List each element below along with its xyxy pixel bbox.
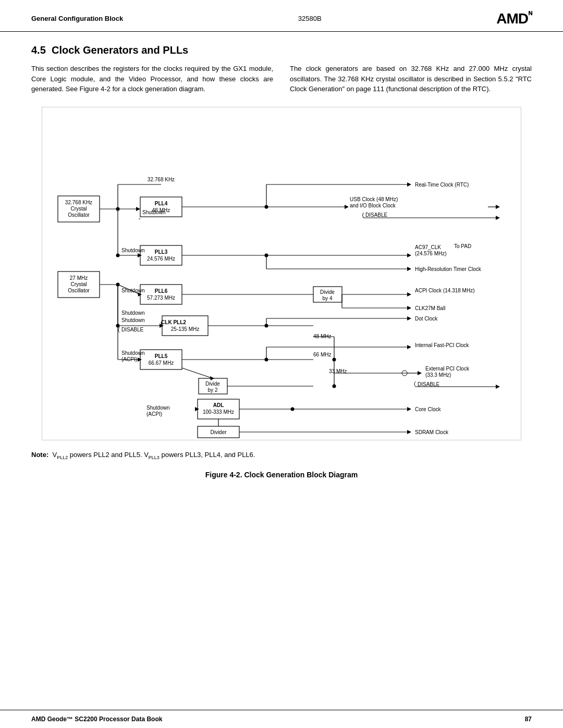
svg-text:66.67 MHz: 66.67 MHz	[149, 360, 174, 366]
svg-text:32.768 KHz: 32.768 KHz	[148, 177, 175, 182]
svg-text:Core Clock: Core Clock	[415, 406, 441, 412]
svg-text:DISABLE: DISABLE	[365, 212, 388, 218]
svg-marker-68	[407, 306, 411, 310]
intro-col-right: The clock generators are based on 32.768…	[290, 64, 532, 94]
svg-marker-81	[407, 316, 411, 320]
svg-text:Divide: Divide	[205, 381, 220, 387]
note: Note: VPLL2 powers PLL2 and PLL5. VPLL3 …	[31, 450, 532, 461]
svg-marker-38	[138, 253, 142, 257]
svg-text:PLL6: PLL6	[155, 288, 168, 294]
svg-text:AC97_CLK: AC97_CLK	[415, 244, 441, 250]
svg-text:66 MHz: 66 MHz	[313, 352, 331, 357]
svg-text:Shutdown: Shutdown	[121, 248, 144, 253]
section-title: 4.5 Clock Generators and PLLs	[31, 44, 532, 56]
svg-text:ACPI Clock (14.318 MHz): ACPI Clock (14.318 MHz)	[415, 288, 474, 293]
svg-text:Crystal: Crystal	[70, 206, 87, 212]
svg-text:Divide: Divide	[320, 289, 335, 295]
page-footer: AMD Geode™ SC2200 Processor Data Book 87	[0, 710, 563, 728]
svg-text:SDRAM Clock: SDRAM Clock	[415, 429, 449, 435]
svg-text:PLL3: PLL3	[155, 249, 168, 255]
svg-text:Shutdown: Shutdown	[121, 317, 144, 323]
svg-marker-10	[136, 207, 140, 211]
svg-text:Shutdown: Shutdown	[121, 288, 144, 293]
svg-text:Oscillator: Oscillator	[68, 288, 90, 293]
svg-marker-114	[418, 371, 422, 375]
svg-text:by 4: by 4	[323, 295, 333, 301]
svg-text:Shutdown: Shutdown	[146, 405, 169, 411]
header-section: General Configuration Block	[31, 15, 123, 22]
svg-marker-24	[407, 182, 411, 187]
svg-text:24.576 MHz: 24.576 MHz	[147, 256, 175, 262]
svg-text:High-Resolution Timer Clock: High-Resolution Timer Clock	[415, 266, 482, 272]
svg-text:CLK27M Ball: CLK27M Ball	[415, 305, 445, 311]
svg-text:To PAD: To PAD	[454, 243, 471, 249]
svg-text:27 MHz: 27 MHz	[70, 275, 88, 281]
svg-point-39	[116, 253, 120, 257]
page-content: 4.5 Clock Generators and PLLs This secti…	[0, 32, 563, 514]
svg-text:Divider: Divider	[210, 429, 227, 435]
svg-text:Shutdown: Shutdown	[121, 350, 144, 356]
svg-text:(33.3 MHz): (33.3 MHz)	[425, 372, 451, 378]
svg-rect-70	[162, 316, 208, 336]
svg-text:57.273 MHz: 57.273 MHz	[147, 295, 175, 301]
svg-text:100-333 MHz: 100-333 MHz	[203, 409, 234, 415]
svg-text:USB Clock (48 MHz): USB Clock (48 MHz)	[350, 196, 398, 202]
svg-marker-49	[407, 267, 411, 271]
svg-marker-135	[407, 430, 411, 434]
svg-text:(ACPI): (ACPI)	[146, 411, 162, 417]
svg-rect-85	[140, 350, 182, 369]
svg-text:CLK  PLL2: CLK PLL2	[161, 319, 186, 325]
svg-text:Internal Fast-PCI Clock: Internal Fast-PCI Clock	[415, 342, 469, 348]
svg-marker-29	[496, 205, 500, 209]
svg-text:PLL4: PLL4	[155, 201, 168, 206]
svg-text:Shutdown: Shutdown	[121, 310, 144, 316]
figure-caption: Figure 4-2. Clock Generation Block Diagr…	[31, 471, 532, 479]
svg-line-105	[182, 368, 213, 378]
page-header: General Configuration Block 32580B AMDᴺ	[0, 0, 563, 32]
svg-marker-129	[407, 407, 411, 411]
amd-logo: AMDᴺ	[496, 9, 532, 27]
intro-columns: This section describes the registers for…	[31, 64, 532, 94]
svg-text:Oscillator: Oscillator	[68, 212, 90, 218]
svg-marker-119	[496, 385, 500, 389]
clock-diagram: 32.768 KHz Crystal Oscillator 27 MHz Cry…	[42, 107, 521, 440]
svg-point-128	[291, 407, 295, 411]
svg-rect-53	[140, 285, 182, 304]
svg-marker-32	[496, 216, 500, 220]
svg-text:by 2: by 2	[208, 387, 218, 393]
svg-text:DISABLE: DISABLE	[121, 327, 144, 332]
svg-text:Real-Time Clock (RTC): Real-Time Clock (RTC)	[415, 182, 469, 188]
svg-text:External PCI Clock: External PCI Clock	[425, 366, 470, 372]
svg-text:Dot Clock: Dot Clock	[415, 316, 438, 322]
svg-marker-92	[138, 357, 142, 362]
svg-text:Shutdown: Shutdown	[142, 209, 165, 215]
diagram-svg: 32.768 KHz Crystal Oscillator 27 MHz Cry…	[42, 107, 522, 441]
svg-text:and I/O Block Clock: and I/O Block Clock	[350, 203, 396, 208]
svg-text:25-135 MHz: 25-135 MHz	[171, 326, 199, 332]
svg-text:ADL: ADL	[213, 402, 224, 408]
svg-marker-20	[345, 205, 349, 209]
footer-left: AMD Geode™ SC2200 Processor Data Book	[31, 715, 162, 723]
svg-marker-106	[210, 376, 214, 380]
svg-text:32.768 KHz: 32.768 KHz	[65, 200, 92, 205]
svg-marker-42	[407, 253, 411, 257]
svg-marker-98	[407, 345, 411, 349]
page: General Configuration Block 32580B AMDᴺ …	[0, 0, 563, 728]
header-doc-number: 32580B	[298, 15, 322, 22]
svg-text:PLL5: PLL5	[155, 353, 168, 359]
svg-text:(24.576 MHz): (24.576 MHz)	[415, 251, 447, 256]
svg-text:Crystal: Crystal	[70, 281, 87, 287]
svg-marker-64	[407, 292, 411, 297]
svg-marker-126	[195, 407, 199, 411]
footer-right: 87	[525, 715, 532, 723]
intro-col-left: This section describes the registers for…	[31, 64, 273, 94]
svg-rect-33	[140, 245, 182, 265]
svg-text:DISABLE: DISABLE	[418, 381, 440, 387]
